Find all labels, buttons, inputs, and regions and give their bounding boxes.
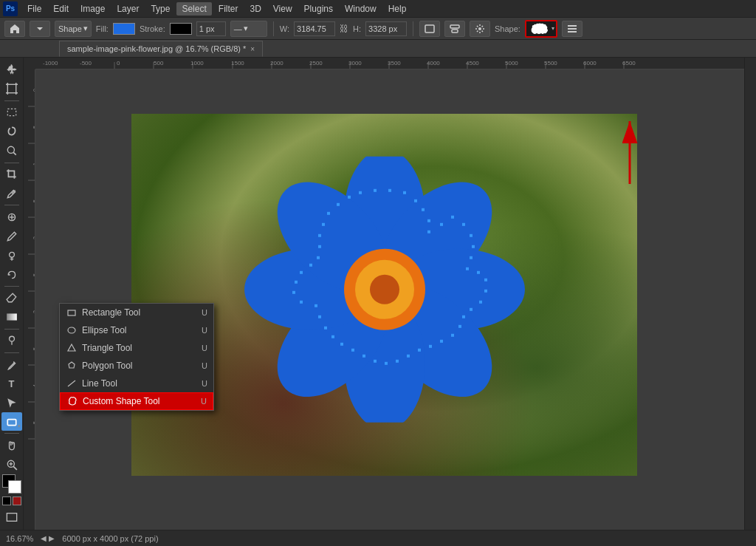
menu-type[interactable]: Type <box>145 2 175 16</box>
main-area: T ▾ <box>0 58 756 530</box>
tab-bar: sample-image-pink-flower.jpg @ 16.7% (RG… <box>0 40 756 58</box>
background-color[interactable] <box>8 480 21 494</box>
options-bar: Shape ▾ Fill: Stroke: —▾ W: ⛓ H: Shape: … <box>0 18 756 40</box>
menu-layer[interactable]: Layer <box>111 2 144 16</box>
menu-select[interactable]: Select <box>176 2 211 16</box>
stroke-label: Stroke: <box>140 24 165 33</box>
svg-rect-7 <box>7 85 16 93</box>
screen-mode-button[interactable] <box>1 511 22 524</box>
document-tab[interactable]: sample-image-pink-flower.jpg @ 16.7% (RG… <box>59 41 263 57</box>
tab-close-button[interactable]: × <box>250 45 255 53</box>
settings-button[interactable] <box>470 21 490 37</box>
animal-shape-icon <box>528 21 550 36</box>
zoom-level: 16.67% <box>6 534 33 543</box>
tool-lasso[interactable] <box>1 123 22 141</box>
tool-quick-select[interactable] <box>1 142 22 160</box>
custom-shape-tool-label: Custom Shape Tool <box>83 396 160 406</box>
home-button[interactable] <box>4 21 25 37</box>
image-dimensions: 6000 px x 4000 px (72 ppi) <box>62 534 158 543</box>
stroke-size-input[interactable] <box>196 21 226 36</box>
width-input[interactable] <box>294 21 335 36</box>
menu-plugins[interactable]: Plugins <box>299 2 338 16</box>
tool-shape[interactable]: ▾ <box>1 412 22 431</box>
svg-rect-120 <box>318 315 321 318</box>
tool-crop[interactable] <box>1 165 22 184</box>
svg-rect-86 <box>374 189 377 192</box>
tool-pen[interactable] <box>1 355 22 374</box>
menu-edit[interactable]: Edit <box>48 2 74 16</box>
flyout-custom-shape-tool[interactable]: Custom Shape Tool U <box>60 392 213 410</box>
svg-text:3500: 3500 <box>388 60 401 66</box>
link-dimensions-button[interactable]: ⛓ <box>340 24 348 34</box>
tool-hand[interactable] <box>1 436 22 454</box>
svg-rect-23 <box>7 513 16 522</box>
align-center-button[interactable] <box>444 21 465 37</box>
shape-mode-dropdown[interactable]: Shape ▾ <box>55 21 92 37</box>
menu-window[interactable]: Window <box>340 2 382 16</box>
svg-rect-98 <box>470 256 472 259</box>
tool-marquee[interactable] <box>1 103 22 122</box>
svg-rect-124 <box>295 281 298 284</box>
flyout-line-tool[interactable]: Line Tool U <box>60 375 213 392</box>
tool-history-brush[interactable] <box>1 265 22 284</box>
svg-rect-85 <box>359 191 362 194</box>
tool-gradient[interactable] <box>1 308 22 327</box>
fill-label: Fill: <box>96 24 109 33</box>
svg-rect-108 <box>440 340 443 343</box>
menu-help[interactable]: Help <box>383 2 412 16</box>
svg-text:0: 0 <box>117 60 120 66</box>
separator-1 <box>273 21 274 36</box>
nav-next-button[interactable]: ▶ <box>49 534 55 542</box>
flyout-polygon-tool[interactable]: Polygon Tool U <box>60 357 213 375</box>
svg-rect-112 <box>396 360 399 363</box>
custom-shape-shortcut: U <box>201 397 207 406</box>
tool-clone[interactable] <box>1 246 22 265</box>
tool-eraser[interactable] <box>1 289 22 307</box>
quick-mask-on[interactable] <box>13 496 21 505</box>
menu-3d[interactable]: 3D <box>244 2 266 16</box>
tab-filename: sample-image-pink-flower.jpg @ 16.7% (RG… <box>67 44 246 53</box>
flyout-triangle-tool[interactable]: Triangle Tool U <box>60 339 213 357</box>
svg-rect-126 <box>309 264 312 267</box>
svg-text:3000: 3000 <box>348 60 362 66</box>
svg-line-136 <box>68 381 75 386</box>
menu-view[interactable]: View <box>268 2 298 16</box>
tool-dodge[interactable] <box>1 332 22 350</box>
stroke-color-swatch[interactable] <box>170 23 192 35</box>
flyout-ellipse-tool[interactable]: Ellipse Tool U <box>60 321 213 339</box>
extra-options-button[interactable] <box>562 21 583 37</box>
shape-preview-button[interactable]: ▾ <box>525 20 557 38</box>
tool-eyedropper[interactable] <box>1 184 22 202</box>
image-canvas <box>131 114 637 476</box>
svg-rect-93 <box>440 223 443 226</box>
quick-mask-off[interactable] <box>2 496 11 505</box>
polygon-tool-label: Polygon Tool <box>82 361 133 371</box>
height-input[interactable] <box>365 21 407 36</box>
tool-options-arrow[interactable] <box>30 21 50 37</box>
menu-file[interactable]: File <box>22 2 47 16</box>
stroke-style-dropdown[interactable]: —▾ <box>230 21 267 37</box>
nav-prev-button[interactable]: ◀ <box>41 534 47 542</box>
fill-color-swatch[interactable] <box>113 23 135 35</box>
tool-type[interactable]: T <box>1 375 22 393</box>
tool-move[interactable] <box>1 61 22 79</box>
align-left-button[interactable] <box>419 21 440 37</box>
tool-brush[interactable] <box>1 227 22 245</box>
status-bar: 16.67% ◀ ▶ 6000 px x 4000 px (72 ppi) <box>0 530 756 546</box>
svg-rect-8 <box>7 109 16 116</box>
svg-rect-92 <box>427 231 430 233</box>
tool-zoom[interactable] <box>1 455 22 474</box>
tool-path-selection[interactable] <box>1 393 22 412</box>
rectangle-shortcut: U <box>202 308 207 317</box>
separator <box>4 163 19 163</box>
menu-image[interactable]: Image <box>75 2 110 16</box>
tool-healing[interactable] <box>1 208 22 226</box>
menu-filter[interactable]: Filter <box>213 2 244 16</box>
flyout-rectangle-tool[interactable]: Rectangle Tool U <box>60 304 213 321</box>
svg-point-3 <box>478 27 481 30</box>
tool-corner-indicator: ▾ <box>18 423 21 429</box>
svg-rect-4 <box>568 25 577 27</box>
svg-rect-111 <box>407 355 410 358</box>
triangle-tool-label: Triangle Tool <box>82 343 132 353</box>
tool-artboard[interactable] <box>1 80 22 98</box>
